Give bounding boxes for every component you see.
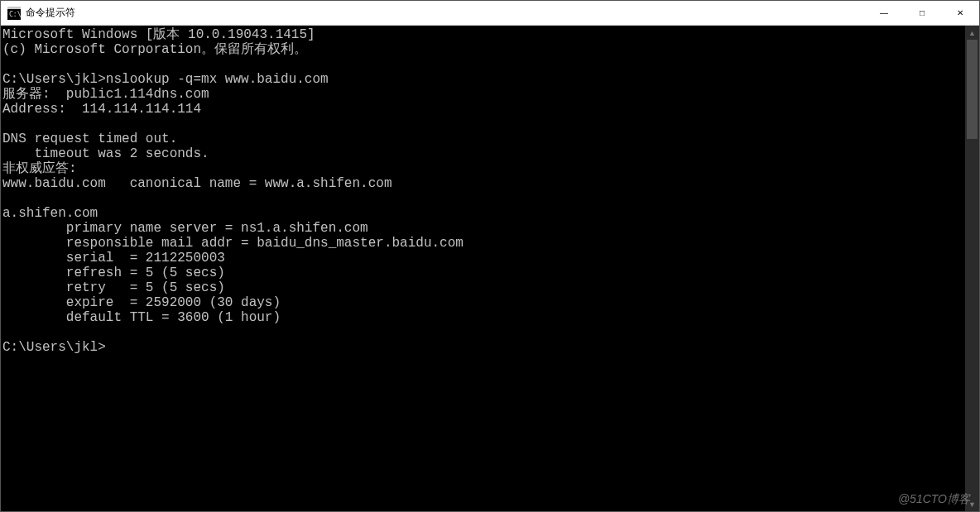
minimize-button[interactable]: — (865, 1, 903, 26)
client-area: Microsoft Windows [版本 10.0.19043.1415] (… (1, 26, 979, 511)
svg-text:C:\: C:\ (9, 11, 21, 18)
titlebar[interactable]: C:\ 命令提示符 — □ ✕ (1, 1, 979, 26)
scroll-down-button[interactable]: ▼ (965, 497, 979, 511)
scroll-thumb[interactable] (967, 40, 978, 139)
cmd-window: C:\ 命令提示符 — □ ✕ Microsoft Windows [版本 10… (0, 0, 980, 512)
scroll-up-button[interactable]: ▲ (965, 26, 979, 40)
svg-rect-1 (7, 7, 21, 9)
maximize-button[interactable]: □ (903, 1, 941, 26)
window-title: 命令提示符 (26, 6, 82, 20)
close-button[interactable]: ✕ (941, 1, 979, 26)
vertical-scrollbar[interactable]: ▲ ▼ (965, 26, 979, 511)
terminal-output[interactable]: Microsoft Windows [版本 10.0.19043.1415] (… (1, 26, 965, 511)
cmd-icon: C:\ (7, 7, 21, 20)
